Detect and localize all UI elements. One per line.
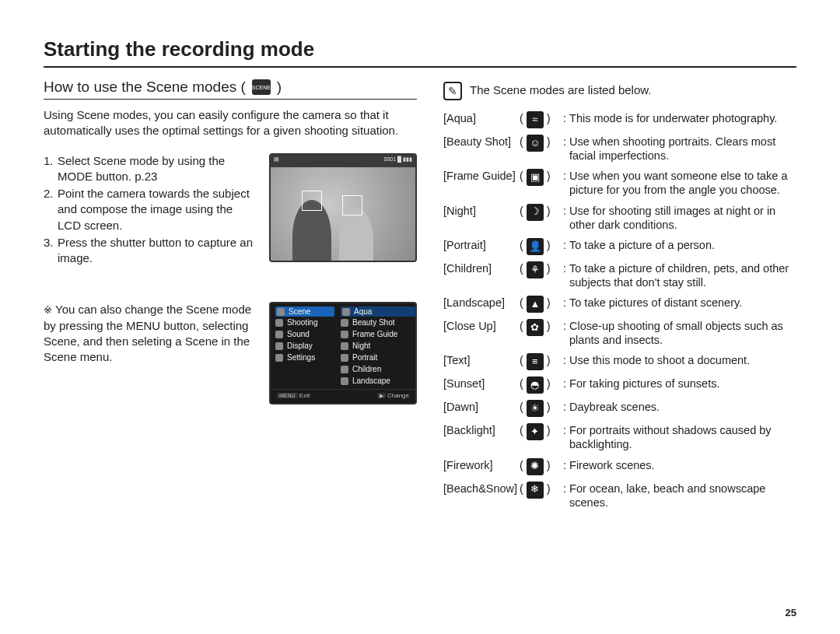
scene-label: [Dawn]	[443, 400, 520, 414]
menu-left-icon	[277, 308, 285, 316]
menu-right-icon	[341, 342, 348, 350]
scene-icon-wrap: (☺)	[520, 135, 563, 152]
page-number: 25	[786, 607, 796, 618]
step-text: Select Scene mode by using the MODE butt…	[58, 153, 258, 185]
scene-description: :To take pictures of distant scenery.	[563, 296, 796, 310]
page-title: Starting the recording mode	[44, 37, 796, 68]
step-list: 1.Select Scene mode by using the MODE bu…	[44, 153, 258, 268]
menu-key-icon: MENU	[277, 393, 298, 398]
scene-icon-wrap: (☀)	[520, 400, 563, 417]
scene-row: [Close Up](✿):Close-up shooting of small…	[443, 319, 796, 347]
scene-description: :Use when you want someone else to take …	[563, 169, 796, 197]
note-icon: ✎	[443, 82, 462, 100]
scene-label: [Frame Guide]	[443, 169, 520, 183]
scene-description: :Firework scenes.	[563, 458, 796, 472]
scene-icon-wrap: (☽)	[520, 204, 563, 221]
scene-row: [Sunset](◓):For taking pictures of sunse…	[443, 377, 796, 394]
scene-mode-table: [Aqua](≈):This mode is for underwater ph…	[443, 111, 796, 510]
scene-mode-icon: ☀	[527, 400, 544, 417]
step-number: 3.	[44, 235, 58, 267]
scene-row: [Portrait](👤):To take a picture of a per…	[443, 238, 796, 255]
scene-icon-wrap: (≈)	[520, 111, 563, 128]
menu-right-icon	[341, 331, 348, 338]
menu-right-icon	[341, 354, 348, 362]
scene-mode-icon: ✿	[527, 319, 544, 336]
scene-label: [Night]	[443, 204, 520, 218]
scene-description: :Use this mode to shoot a document.	[563, 353, 796, 367]
scene-row: [Night](☽):Use for shooting still images…	[443, 204, 796, 232]
scene-mode-icon: ⚘	[527, 261, 544, 278]
right-column: ✎ The Scene modes are listed below. [Aqu…	[443, 79, 796, 516]
menu-right-icon	[341, 366, 348, 373]
menu-left-icon	[275, 319, 283, 327]
scene-mode-icon: ▲	[527, 296, 544, 313]
step-number: 2.	[44, 186, 58, 233]
scene-icon-wrap: (✿)	[520, 319, 563, 336]
scene-row: [Text](≡):Use this mode to shoot a docum…	[443, 353, 796, 370]
scene-description: :For taking pictures of sunsets.	[563, 377, 796, 391]
scene-mode-icon: ▣	[527, 169, 544, 186]
section-subtitle: How to use the Scene modes ( SCENE )	[44, 79, 417, 100]
menu-right-icon	[341, 319, 348, 327]
menu-right-icon	[342, 308, 350, 316]
scene-mode-icon: ◓	[527, 377, 544, 394]
scene-label: [Backlight]	[443, 423, 520, 437]
scene-description: :To take a picture of a person.	[563, 238, 796, 252]
menu-right-icon	[341, 377, 348, 385]
subtitle-after: )	[277, 79, 282, 96]
scene-label: [Portrait]	[443, 238, 520, 252]
scene-row: [Dawn](☀):Daybreak scenes.	[443, 400, 796, 417]
scene-description: :Use when shooting portraits. Clears mos…	[563, 135, 796, 163]
scene-row: [Children](⚘):To take a picture of child…	[443, 261, 796, 289]
scene-mode-icon: ❄	[527, 482, 544, 499]
menu-key-icon: ▶	[377, 393, 386, 398]
scene-description: :For portraits without shadows caused by…	[563, 423, 796, 451]
scene-icon-wrap: (✦)	[520, 423, 563, 440]
intro-paragraph: Using Scene modes, you can easily config…	[44, 107, 417, 139]
footnote-symbol: ※	[44, 303, 52, 317]
subtitle-text: How to use the Scene modes (	[44, 79, 246, 96]
step-text: Press the shutter button to capture an i…	[58, 235, 258, 267]
scene-label: [Children]	[443, 261, 520, 275]
scene-label: [Beach&Snow]	[443, 482, 520, 496]
scene-description: :For ocean, lake, beach and snowscape sc…	[563, 482, 796, 510]
scene-row: [Firework](✺):Firework scenes.	[443, 458, 796, 475]
scene-mode-icon: ✺	[527, 458, 544, 475]
menu-left-icon	[275, 342, 283, 350]
scene-list-heading: The Scene modes are listed below.	[470, 82, 651, 96]
scene-row: [Landscape](▲):To take pictures of dista…	[443, 296, 796, 313]
scene-row: [Backlight](✦):For portraits without sha…	[443, 423, 796, 451]
scene-description: :This mode is for underwater photography…	[563, 111, 796, 125]
scene-icon-wrap: (≡)	[520, 353, 563, 370]
step-text: Point the camera towards the subject and…	[58, 186, 258, 233]
scene-mode-icon: ✦	[527, 423, 544, 440]
scene-mode-icon: SCENE	[252, 79, 271, 95]
scene-row: [Beauty Shot](☺):Use when shooting portr…	[443, 135, 796, 163]
scene-mode-icon: ≡	[527, 353, 544, 370]
scene-label: [Aqua]	[443, 111, 520, 125]
scene-description: :Use for shooting still images at night …	[563, 204, 796, 232]
scene-label: [Landscape]	[443, 296, 520, 310]
scene-mode-icon: ☺	[527, 135, 544, 152]
scene-row: [Frame Guide](▣):Use when you want someo…	[443, 169, 796, 197]
scene-description: :Close-up shooting of small objects such…	[563, 319, 796, 347]
scene-icon-wrap: (✺)	[520, 458, 563, 475]
scene-icon-wrap: (👤)	[520, 238, 563, 255]
scene-description: :Daybreak scenes.	[563, 400, 796, 414]
lcd-preview-illustration: ▤0001 █ ▮▮▮	[269, 153, 417, 262]
scene-row: [Aqua](≈):This mode is for underwater ph…	[443, 111, 796, 128]
left-column: How to use the Scene modes ( SCENE ) Usi…	[44, 79, 417, 516]
scene-label: [Text]	[443, 353, 520, 367]
scene-mode-icon: ☽	[527, 204, 544, 221]
scene-mode-icon: 👤	[527, 238, 544, 255]
scene-description: :To take a picture of children, pets, an…	[563, 261, 796, 289]
scene-label: [Firework]	[443, 458, 520, 472]
menu-left-icon	[275, 331, 283, 338]
scene-label: [Beauty Shot]	[443, 135, 520, 149]
footnote-text: ※You can also change the Scene mode by p…	[44, 302, 258, 365]
scene-icon-wrap: (❄)	[520, 482, 563, 499]
scene-label: [Sunset]	[443, 377, 520, 391]
scene-icon-wrap: (⚘)	[520, 261, 563, 278]
scene-icon-wrap: (▣)	[520, 169, 563, 186]
scene-icon-wrap: (▲)	[520, 296, 563, 313]
